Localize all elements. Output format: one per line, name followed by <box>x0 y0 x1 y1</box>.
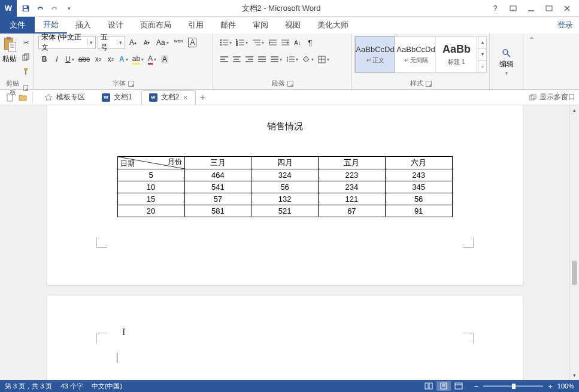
diagonal-header-cell[interactable]: 日期 月份 <box>117 157 184 169</box>
collapse-ribbon-icon[interactable]: ⌃ <box>523 34 540 89</box>
increase-indent-icon[interactable] <box>279 36 291 49</box>
char-border-icon[interactable]: A <box>186 36 198 49</box>
table-header[interactable]: 四月 <box>251 157 319 169</box>
show-marks-icon[interactable]: ¶ <box>304 36 316 49</box>
web-layout-icon[interactable] <box>451 381 466 391</box>
word-count[interactable]: 43 个字 <box>60 382 83 391</box>
tab-references[interactable]: 引用 <box>180 17 212 34</box>
tab-review[interactable]: 审阅 <box>244 17 277 34</box>
page-status[interactable]: 第 3 页，共 3 页 <box>5 382 52 391</box>
template-tab[interactable]: 模板专区 <box>37 90 93 105</box>
style-no-spacing[interactable]: AaBbCcDd ↵无间隔 <box>396 37 436 72</box>
doc-tab-file-icon[interactable] <box>4 92 16 104</box>
justify-icon[interactable] <box>256 53 268 66</box>
language-status[interactable]: 中文(中国) <box>92 382 122 391</box>
subscript-icon[interactable]: x2 <box>92 53 104 66</box>
format-painter-icon[interactable] <box>20 65 32 78</box>
tab-beautify[interactable]: 美化大师 <box>309 17 357 34</box>
scroll-thumb[interactable] <box>572 261 577 285</box>
file-tab[interactable]: 文件 <box>0 17 35 34</box>
numbering-icon[interactable]: 123▾ <box>234 36 250 49</box>
font-size-combo[interactable]: 五号▾ <box>98 36 125 49</box>
new-tab-icon[interactable]: + <box>197 92 209 104</box>
align-center-icon[interactable] <box>231 53 242 66</box>
borders-icon[interactable]: ▾ <box>316 53 331 66</box>
vertical-scrollbar[interactable]: ▴ ▾ <box>569 105 579 380</box>
phonetic-guide-icon[interactable]: wén <box>172 36 185 49</box>
read-mode-icon[interactable] <box>422 381 436 391</box>
document-area[interactable]: 销售情况 日期 月份 三月 四月 五月 六月 5464324223243 105… <box>0 105 569 380</box>
doc-tab-folder-icon[interactable] <box>17 92 29 104</box>
close-icon[interactable] <box>559 1 575 16</box>
zoom-out-icon[interactable]: − <box>474 382 479 391</box>
style-heading-1[interactable]: AaBb 标题 1 <box>437 37 477 72</box>
gallery-up-icon[interactable]: ▴ <box>478 37 486 48</box>
bullets-icon[interactable]: ▾ <box>218 36 234 49</box>
shrink-font-icon[interactable]: A▾ <box>141 36 153 49</box>
shading-icon[interactable]: ▾ <box>301 53 316 66</box>
minimize-icon[interactable] <box>523 1 539 16</box>
doc-tab-2[interactable]: W 文档2 × <box>141 90 196 105</box>
highlight-icon[interactable]: ab▾ <box>131 53 145 66</box>
sort-icon[interactable]: A↓ <box>292 36 304 49</box>
line-spacing-icon[interactable]: ▾ <box>284 53 300 66</box>
styles-gallery: AaBbCcDd ↵正文 AaBbCcDd ↵无间隔 AaBb 标题 1 ▴ ▾… <box>354 36 487 73</box>
tab-insert[interactable]: 插入 <box>67 17 99 34</box>
strikethrough-icon[interactable]: abc <box>77 53 92 66</box>
style-normal[interactable]: AaBbCcDd ↵正文 <box>355 37 395 72</box>
zoom-in-icon[interactable]: + <box>548 382 553 391</box>
print-layout-icon[interactable] <box>436 381 451 391</box>
table-header[interactable]: 三月 <box>184 157 251 169</box>
table-header[interactable]: 六月 <box>385 157 452 169</box>
tab-mailings[interactable]: 邮件 <box>212 17 244 34</box>
italic-icon[interactable]: I <box>51 53 63 66</box>
paste-button[interactable]: 粘贴 <box>1 36 18 78</box>
doc-tab-1[interactable]: W 文档1 <box>94 90 140 105</box>
distribute-icon[interactable]: ▾ <box>268 53 284 66</box>
editing-button[interactable]: 编辑 ▾ <box>499 48 514 76</box>
zoom-level[interactable]: 100% <box>557 382 574 390</box>
table-row: 155713212156 <box>117 193 452 205</box>
maximize-icon[interactable] <box>541 1 557 16</box>
tab-layout[interactable]: 页面布局 <box>132 17 180 34</box>
tab-design[interactable]: 设计 <box>99 17 132 34</box>
char-shading-icon[interactable]: A <box>159 53 171 66</box>
font-color-icon[interactable]: A▾ <box>146 53 158 66</box>
bold-icon[interactable]: B <box>38 53 50 66</box>
undo-icon[interactable] <box>34 2 47 15</box>
change-case-icon[interactable]: Aa▾ <box>154 36 171 49</box>
gallery-down-icon[interactable]: ▾ <box>478 48 486 60</box>
table-header[interactable]: 五月 <box>319 157 386 169</box>
styles-launcher-icon[interactable] <box>426 81 432 87</box>
font-launcher-icon[interactable] <box>128 81 134 87</box>
qat-more-icon[interactable]: ▾ <box>62 2 75 15</box>
multi-window-button[interactable]: 显示多窗口 <box>529 92 575 102</box>
text-effects-icon[interactable]: A▾ <box>117 53 130 66</box>
clipboard-launcher-icon[interactable] <box>23 85 28 91</box>
zoom-slider[interactable] <box>483 385 543 387</box>
paragraph-launcher-icon[interactable] <box>287 81 293 87</box>
close-tab-icon[interactable]: × <box>183 93 187 102</box>
cut-icon[interactable]: ✂ <box>20 36 32 49</box>
tab-home[interactable]: 开始 <box>35 17 67 34</box>
redo-icon[interactable] <box>48 2 61 15</box>
login-link[interactable]: 登录 <box>551 17 579 34</box>
font-name-combo[interactable]: 宋体 (中文正文▾ <box>38 36 96 49</box>
multilevel-list-icon[interactable]: ▾ <box>250 36 266 49</box>
underline-icon[interactable]: U▾ <box>63 53 76 66</box>
tab-view[interactable]: 视图 <box>277 17 309 34</box>
decrease-indent-icon[interactable] <box>266 36 278 49</box>
ribbon-display-icon[interactable] <box>505 1 522 16</box>
align-left-icon[interactable] <box>218 53 230 66</box>
svg-rect-8 <box>6 37 10 39</box>
save-icon[interactable] <box>19 2 32 15</box>
align-right-icon[interactable] <box>243 53 255 66</box>
help-icon[interactable]: ? <box>487 1 504 16</box>
copy-icon[interactable] <box>20 50 32 63</box>
scroll-up-icon[interactable]: ▴ <box>570 105 579 115</box>
data-table[interactable]: 日期 月份 三月 四月 五月 六月 5464324223243 10541562… <box>117 156 453 217</box>
superscript-icon[interactable]: x2 <box>105 53 117 66</box>
gallery-more-icon[interactable]: ▿ <box>478 61 486 72</box>
scroll-down-icon[interactable]: ▾ <box>570 370 579 380</box>
grow-font-icon[interactable]: A▴ <box>127 36 139 49</box>
